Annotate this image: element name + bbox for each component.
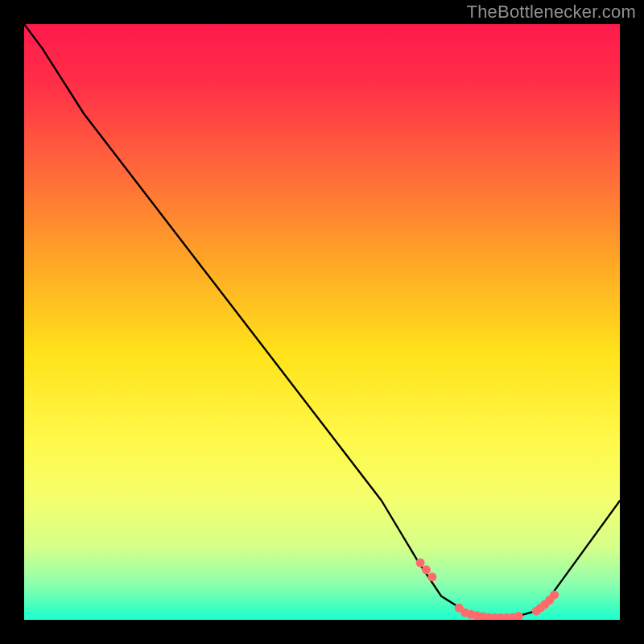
bottleneck-chart [24,24,620,620]
chart-frame: TheBottlenecker.com [0,0,644,644]
data-marker [427,572,436,581]
chart-background-gradient [24,24,620,620]
data-marker [550,590,559,599]
source-attribution: TheBottlenecker.com [467,2,636,23]
chart-svg [24,24,620,620]
data-marker [422,565,431,574]
data-marker [416,559,425,568]
